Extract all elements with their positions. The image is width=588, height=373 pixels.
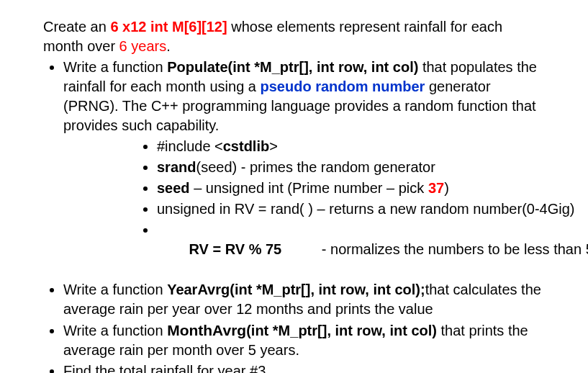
intro-text-1: Create an [43, 19, 110, 35]
rv-expr: RV = RV % 75 [189, 241, 281, 257]
yearavrg-text-1: Write a function [63, 282, 167, 297]
rand-line: unsigned in RV = rand( ) – returns a new… [157, 201, 574, 217]
monthavrg-name: MonthAvrg [167, 322, 246, 338]
inner-bullet-list: #include <cstdlib> srand(seed) - primes … [63, 137, 545, 279]
intro-paragraph: Create an 6 x12 int M[6][12] whose eleme… [43, 17, 545, 56]
seed-name: seed [157, 180, 190, 196]
yearavrg-signature: YearAvrg(int *M_ptr[], int row, int col)… [167, 282, 425, 297]
seed-desc: – unsigned int (Prime number – pick [190, 180, 428, 196]
include-a: #include < [157, 138, 223, 154]
intro-period: . [166, 38, 171, 54]
inner-seed: seed – unsigned int (Prime number – pick… [157, 179, 545, 198]
monthavrg-params: (int *M_ptr[], int row, int col) [246, 323, 437, 338]
inner-srand: srand(seed) - primes the random generato… [157, 158, 545, 177]
srand-desc: (seed) - primes the random generator [196, 159, 435, 175]
populate-signature: Populate(int *M_ptr[], int row, int col) [167, 59, 418, 75]
include-lib: cstdlib [223, 138, 269, 154]
seed-close: ) [444, 180, 449, 196]
rv-desc: - normalizes the numbers to be less than… [281, 241, 588, 257]
bullet-yearavrg: Write a function YearAvrg(int *M_ptr[], … [63, 280, 545, 319]
bullet-monthavrg: Write a function MonthAvrg(int *M_ptr[],… [63, 320, 545, 360]
intro-array-decl: 6 x12 int M[6][12] [110, 19, 227, 35]
seed-value: 37 [428, 180, 444, 196]
populate-prng-term: pseudo random number [261, 78, 425, 94]
populate-text-1: Write a function [63, 59, 167, 75]
total-year3-text: Find the total rainfall for year #3. [63, 363, 270, 373]
intro-years: 6 years [119, 38, 167, 54]
bullet-total-year3: Find the total rainfall for year #3. [63, 361, 545, 373]
main-bullet-list: Write a function Populate(int *M_ptr[], … [43, 58, 545, 373]
inner-rand: unsigned in RV = rand( ) – returns a new… [157, 199, 545, 219]
bullet-populate: Write a function Populate(int *M_ptr[], … [63, 58, 545, 279]
srand-name: srand [157, 159, 196, 175]
include-c: > [269, 138, 278, 154]
inner-rv: RV = RV % 75 - normalizes the numbers to… [157, 220, 545, 279]
monthavrg-text-1: Write a function [63, 323, 167, 338]
inner-include: #include <cstdlib> [157, 137, 545, 156]
